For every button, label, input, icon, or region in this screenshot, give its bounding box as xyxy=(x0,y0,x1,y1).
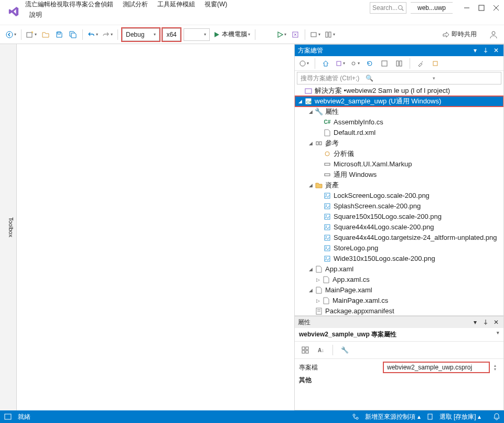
se-home-drop[interactable]: ▾ xyxy=(298,57,310,70)
tree-mainpagecs[interactable]: ▷MainPage.xaml.cs xyxy=(295,295,503,306)
menu-test[interactable]: 測試 xyxy=(123,0,135,9)
tree-appxaml[interactable]: ◢App.xaml xyxy=(295,264,503,274)
svg-rect-47 xyxy=(302,347,305,350)
tree-references[interactable]: ◢參考 xyxy=(295,138,503,149)
cs-file-icon xyxy=(322,276,330,284)
svg-point-14 xyxy=(300,61,305,66)
menu-view[interactable]: 檢視 xyxy=(50,0,63,9)
tree-analyzers[interactable]: 分析儀 xyxy=(295,149,503,159)
tree-solution[interactable]: 解決方案 •webview2 Sam le up (l of l project… xyxy=(295,86,503,96)
tree-asset-item[interactable]: Square150x150Logo.scale-200.png xyxy=(295,212,503,222)
tree-defaultrd[interactable]: Default.rd.xml xyxy=(295,128,503,138)
platform-extra-combo[interactable]: ▾ xyxy=(184,28,210,41)
tree-asset-item[interactable]: StoreLogo.png xyxy=(295,243,503,253)
se-dropdown-icon[interactable]: ▾ xyxy=(471,46,479,55)
status-bell-icon[interactable] xyxy=(494,413,500,420)
props-alpha-button[interactable]: A↓ xyxy=(315,344,327,356)
tree-mainpage[interactable]: ◢MainPage.xaml xyxy=(295,285,503,295)
se-properties-button[interactable] xyxy=(414,57,427,70)
menu-debug[interactable]: 偵錯 xyxy=(101,0,113,9)
status-src-icon[interactable] xyxy=(352,414,359,420)
new-item-button[interactable]: ▾ xyxy=(25,28,38,41)
menu-guild[interactable]: 公會 xyxy=(88,0,101,9)
svg-point-29 xyxy=(326,194,327,195)
props-wrench-button[interactable]: 🔧 xyxy=(338,344,351,356)
status-repo-icon[interactable] xyxy=(427,414,433,420)
svg-point-31 xyxy=(326,205,327,206)
se-search-input[interactable]: 搜尋方案總管 (Ctrl+;) 🔍 ▾ xyxy=(297,72,501,84)
menu-help[interactable]: 說明 xyxy=(25,9,46,21)
svg-rect-16 xyxy=(382,61,387,66)
tool-c-button[interactable]: ▾ xyxy=(323,28,337,41)
props-close-icon[interactable]: ✕ xyxy=(492,318,500,326)
props-value-stepper[interactable]: ▲▼ xyxy=(491,364,499,371)
tree-appxamlcs[interactable]: ▷App.xaml.cs xyxy=(295,274,503,285)
props-row-projfile[interactable]: 專案檔 webview2_sample_uwp.csproj ▲▼ xyxy=(299,361,499,374)
props-pin-icon[interactable] xyxy=(481,318,490,326)
se-pin-icon[interactable] xyxy=(481,46,490,55)
menu-project[interactable]: 專案 xyxy=(76,0,88,9)
se-view-button[interactable]: ▾ xyxy=(334,57,347,70)
redo-button[interactable]: ▾ xyxy=(101,28,114,41)
xml-file-icon xyxy=(323,129,331,137)
se-sync-button[interactable]: ▾ xyxy=(349,57,361,70)
wrench-icon: 🔧 xyxy=(315,108,323,116)
undo-button[interactable]: ▾ xyxy=(86,28,100,41)
props-dropdown-icon[interactable]: ▾ xyxy=(471,318,479,326)
se-collapse-button[interactable] xyxy=(378,57,391,70)
status-add-src[interactable]: 新增至來源控制項 ▴ xyxy=(365,413,420,421)
live-share-button[interactable]: 即時共用 xyxy=(442,30,477,39)
se-showall-button[interactable] xyxy=(393,57,405,70)
menu-file[interactable]: 流亡 xyxy=(25,0,38,9)
start-without-debug-button[interactable]: ▾ xyxy=(275,28,288,41)
start-button[interactable]: 本機電腦 ▾ xyxy=(212,28,252,41)
save-all-button[interactable] xyxy=(67,28,79,41)
toolbox-tab[interactable]: Toolbox xyxy=(0,44,17,410)
se-home-button[interactable] xyxy=(319,57,332,70)
menu-tools[interactable]: 工具 xyxy=(157,0,170,9)
props-categorized-button[interactable] xyxy=(299,344,312,356)
tree-appxmanifest[interactable]: Package.appxmanifest xyxy=(295,306,503,315)
tool-b-button[interactable]: ▾ xyxy=(308,28,322,41)
svg-point-53 xyxy=(356,417,358,419)
search-input[interactable]: Search... xyxy=(370,2,406,14)
tree-uwindows[interactable]: 通用 Windows xyxy=(295,170,503,180)
se-close-icon[interactable]: ✕ xyxy=(492,46,500,55)
tool-a-button[interactable] xyxy=(289,28,302,41)
svg-rect-18 xyxy=(400,61,402,66)
minimize-button[interactable] xyxy=(463,4,470,12)
status-output-icon[interactable] xyxy=(4,414,12,420)
se-preview-button[interactable] xyxy=(429,57,442,70)
tree-properties[interactable]: ◢🔧屬性 xyxy=(295,107,503,117)
save-button[interactable] xyxy=(53,28,66,41)
account-button[interactable] xyxy=(487,28,500,41)
menu-get[interactable]: 取得 xyxy=(63,0,76,9)
tree-asset-item[interactable]: SplashScreen.scale-200.png xyxy=(295,201,503,212)
svg-rect-8 xyxy=(58,32,60,34)
maximize-button[interactable] xyxy=(478,4,485,12)
tree-asset-item[interactable]: Square44x44Logo.targetsize-24_altform-un… xyxy=(295,232,503,243)
menu-extensions[interactable]: 延伸模組 xyxy=(170,0,195,9)
nav-back-button[interactable]: ▾ xyxy=(4,28,18,41)
tree-project[interactable]: ◢C#webview2_sample_uwp (U通用 Windows) xyxy=(295,96,503,107)
config-combo[interactable]: Debug▾ xyxy=(122,28,159,41)
tree-asset-item[interactable]: LockScreenLogo.scale-200.png xyxy=(295,191,503,201)
svg-point-41 xyxy=(326,257,327,258)
tree-asset-item[interactable]: Wide310x150Logo.scale-200.png xyxy=(295,253,503,264)
status-select-repo[interactable]: 選取 [存放庫] ▴ xyxy=(439,413,481,421)
menu-analyze[interactable]: 分析 xyxy=(135,0,148,9)
tree-assetomin473 007g[interactable]: Square44x44Logo.scale-200.png xyxy=(295,222,503,232)
image-icon xyxy=(323,244,331,252)
close-button[interactable] xyxy=(492,4,500,12)
solution-explorer-panel: 方案總管 ▾ ✕ ▾ ▾ ▾ 搜尋方案總管 (Ctrl+;) 🔍 xyxy=(294,44,504,316)
tree-msxaml[interactable]: Microsoft.UI.Xaml.Markup xyxy=(295,159,503,170)
se-refresh-button[interactable] xyxy=(363,57,376,70)
platform-combo[interactable]: x64 xyxy=(163,28,180,41)
tree-assemblyinfo[interactable]: C#AssemblyInfo.cs xyxy=(295,117,503,128)
menu-window[interactable]: 視窗(W) xyxy=(205,0,227,9)
tree-assets[interactable]: ◢資產 xyxy=(295,180,503,191)
window-tab[interactable]: web...uwp xyxy=(411,2,453,14)
open-button[interactable] xyxy=(39,28,52,41)
se-tree[interactable]: 解決方案 •webview2 Sam le up (l of l project… xyxy=(295,86,503,315)
menu-edit[interactable]: 編輯 xyxy=(38,0,50,9)
